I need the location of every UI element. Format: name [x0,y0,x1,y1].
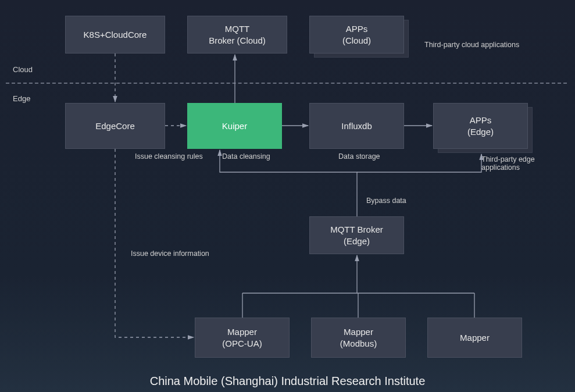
box-mqtt-cloud-line2: Broker (Cloud) [209,35,266,47]
box-apps-cloud-line1: APPs [342,23,371,35]
box-apps-cloud: APPs (Cloud) [309,16,404,54]
box-edgecore: EdgeCore [65,103,165,149]
box-mqtt-cloud: MQTT Broker (Cloud) [187,16,287,54]
box-mapper-modbus-line1: Mapper [340,326,377,338]
box-kuiper: Kuiper [187,103,282,149]
box-mqtt-cloud-line1: MQTT [209,23,266,35]
box-apps-cloud-line2: (Cloud) [342,35,371,47]
diagram-title: China Mobile (Shanghai) Industrial Resea… [0,375,575,388]
box-k8s-text: K8S+CloudCore [84,29,147,41]
box-mapper-modbus-line2: (Modbus) [340,338,377,350]
box-apps-edge-line1: APPs [467,115,494,126]
label-third-party-cloud: Third-party cloud applications [424,41,519,49]
box-mapper-opcua-line1: Mapper [222,326,262,338]
label-issue-device: Issue device information [131,250,209,258]
box-apps-edge-line2: (Edge) [467,126,494,138]
box-mapper-opcua-line2: (OPC-UA) [222,338,262,350]
box-mapper-opcua: Mapper (OPC-UA) [195,318,290,358]
box-mqtt-edge: MQTT Broker (Edge) [309,216,404,254]
box-influxdb: Influxdb [309,103,404,149]
label-issue-cleansing: Issue cleansing rules [135,152,203,161]
box-apps-edge: APPs (Edge) [433,103,528,149]
box-kuiper-text: Kuiper [222,120,247,132]
label-bypass-data: Bypass data [366,197,406,205]
box-edgecore-text: EdgeCore [95,120,135,132]
box-mqtt-edge-line1: MQTT Broker [330,224,383,236]
zone-edge-label: Edge [13,94,30,103]
box-mapper-text: Mapper [460,332,490,344]
box-mapper: Mapper [427,318,522,358]
zone-cloud-label: Cloud [13,65,33,74]
label-data-cleansing: Data cleansing [222,152,270,161]
box-mapper-modbus: Mapper (Modbus) [311,318,406,358]
label-data-storage: Data storage [338,152,380,161]
box-k8s-cloudcore: K8S+CloudCore [65,16,165,54]
cloud-edge-divider [6,83,567,84]
box-mqtt-edge-line2: (Edge) [330,236,383,247]
box-influxdb-text: Influxdb [341,120,372,132]
label-third-party-edge: Third-party edge applications [481,155,575,172]
